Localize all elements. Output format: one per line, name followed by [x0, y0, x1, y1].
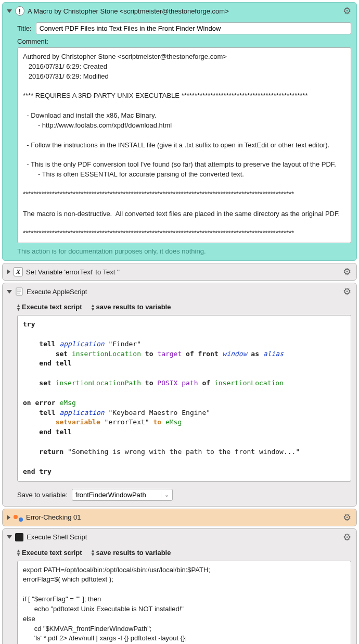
macro-info-panel: ! A Macro by Christopher Stone <scriptme… [2, 2, 357, 261]
gear-icon[interactable]: ⚙ [342, 266, 352, 277]
comment-box[interactable]: Authored by Christopher Stone <scriptmei… [17, 47, 351, 243]
chevron-updown-icon: ▴▾ [17, 549, 20, 556]
save-to-label: Save to variable: [17, 491, 68, 499]
gear-icon[interactable]: ⚙ [342, 286, 352, 297]
info-icon: ! [15, 6, 24, 16]
set-variable-title: Set Variable 'errorText' to Text '' [26, 268, 339, 276]
comment-label: Comment: [17, 37, 48, 45]
terminal-icon [15, 533, 23, 541]
set-variable-panel: X Set Variable 'errorText' to Text '' ⚙ [2, 263, 357, 281]
gear-icon[interactable]: ⚙ [342, 5, 352, 17]
applescript-icon [15, 287, 23, 296]
error-check-1-title: Error-Checking 01 [26, 513, 339, 521]
macro-header-title: A Macro by Christopher Stone <scriptmeis… [28, 7, 339, 15]
disclosure-icon[interactable] [7, 9, 12, 13]
disclosure-icon[interactable] [7, 535, 12, 539]
chevron-updown-icon: ▴▾ [92, 549, 94, 556]
title-input[interactable] [36, 22, 351, 34]
save-variable-input[interactable] [72, 489, 161, 500]
gear-icon[interactable]: ⚙ [342, 532, 352, 543]
macro-info-header: ! A Macro by Christopher Stone <scriptme… [3, 3, 356, 19]
error-check-1-panel: Error-Checking 01 ⚙ [2, 509, 357, 526]
applescript-panel: Execute AppleScript ⚙ ▴▾ Execute text sc… [2, 283, 357, 507]
chevron-updown-icon: ▴▾ [17, 304, 20, 311]
gear-icon[interactable]: ⚙ [342, 512, 352, 523]
chevron-updown-icon: ▴▾ [92, 304, 94, 311]
disclosure-icon[interactable] [7, 269, 10, 274]
variable-icon: X [14, 267, 23, 276]
results-mode-selector[interactable]: ▴▾ save results to variable [92, 303, 171, 311]
disclosure-icon[interactable] [7, 515, 10, 520]
applescript-title: Execute AppleScript [27, 288, 339, 296]
shell-title: Execute Shell Script [27, 533, 339, 541]
applescript-code[interactable]: try tell application "Finder" set insert… [17, 315, 351, 482]
group-icon [14, 513, 23, 522]
shell-code[interactable]: export PATH=/opt/local/bin:/opt/local/sb… [17, 561, 351, 644]
results-mode-selector[interactable]: ▴▾ save results to variable [92, 549, 171, 557]
save-variable-combo[interactable]: ⌄ [72, 489, 173, 501]
title-label: Title: [17, 24, 32, 32]
chevron-down-icon[interactable]: ⌄ [161, 491, 172, 498]
disclosure-icon[interactable] [7, 290, 12, 294]
doc-footnote: This action is for documentation purpose… [17, 247, 351, 255]
script-mode-selector[interactable]: ▴▾ Execute text script [17, 303, 82, 311]
macro-body: Title: Comment: Authored by Christopher … [3, 19, 356, 260]
script-mode-selector[interactable]: ▴▾ Execute text script [17, 549, 82, 557]
shell-panel: Execute Shell Script ⚙ ▴▾ Execute text s… [2, 528, 357, 644]
